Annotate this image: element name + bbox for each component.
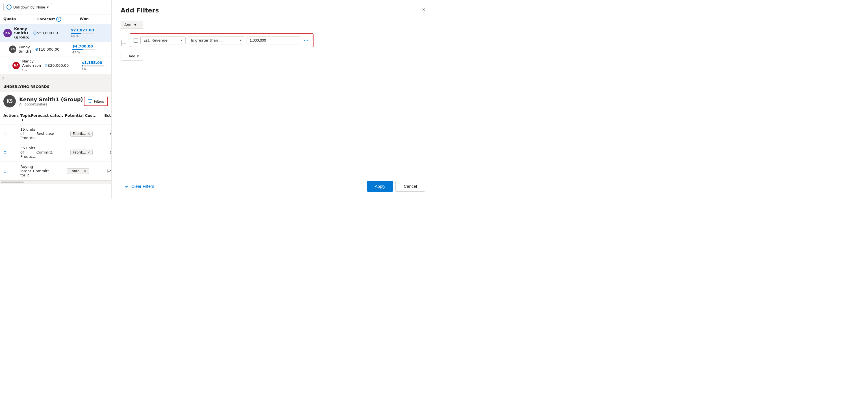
potential-cus-cell: Fabrik... × xyxy=(70,131,110,137)
chip-remove-icon[interactable]: × xyxy=(87,132,90,136)
group-info: Kenny Smith1 (Group) All opportunities xyxy=(19,96,83,106)
col-actions: Actions xyxy=(3,113,20,122)
filter-row: Est. Revenue ▾ Is greater than ... ▾ ··· xyxy=(130,33,313,47)
table-row[interactable]: KS Kenny Smith1 ⊕ $10,000.00 $4,700.00 4… xyxy=(0,42,111,57)
panel-title: Add Filters xyxy=(121,7,425,14)
row-name: KS Kenny Smith1 (group) ⊕ xyxy=(3,27,37,39)
group-avatar: KS xyxy=(3,95,16,108)
table-row[interactable]: KS Kenny Smith1 (group) ⊕ $50,000.00 $23… xyxy=(0,24,111,42)
quota-cell: $20,000.00 xyxy=(48,63,82,67)
add-icon[interactable]: ⊕ xyxy=(33,30,37,36)
open-record-icon[interactable]: ⊡ xyxy=(3,150,7,155)
underlying-records-header: Underlying Records xyxy=(0,82,111,92)
quota-cell: $10,000.00 xyxy=(38,47,72,52)
forecast-cell: $1,155.00 6% xyxy=(82,60,112,71)
avatar: KS xyxy=(3,29,12,37)
chevron-down-icon: ▾ xyxy=(181,38,183,42)
est-revenue-cell: $2,804.00 xyxy=(106,169,112,173)
forecast-cat-cell: Best case xyxy=(36,132,70,136)
add-icon[interactable]: ⊕ xyxy=(35,47,38,52)
table-row: ⊡ 15 units of Produc... Best case Fabrik… xyxy=(0,124,111,143)
forecast-info-icon[interactable]: i xyxy=(56,17,61,22)
col-header-won: Won xyxy=(80,17,108,22)
forecast-cat-cell: Committ... xyxy=(33,169,67,173)
scroll-indicator: ‹ xyxy=(0,74,111,82)
filter-icon xyxy=(88,99,92,104)
table-row[interactable]: › NA Nancy Anderrson (... ⊕ $20,000.00 $… xyxy=(0,57,111,74)
filters-button[interactable]: Filters xyxy=(84,97,108,106)
forecast-cell: $4,700.00 47 % xyxy=(72,44,112,54)
col-header-forecast: Forecast i xyxy=(37,17,80,22)
chip-remove-icon[interactable]: × xyxy=(87,150,90,154)
clear-filters-button[interactable]: Clear Filters xyxy=(121,181,158,191)
row-title: Kenny Smith1 xyxy=(19,45,32,53)
scrollbar-thumb[interactable] xyxy=(1,181,24,183)
row-name: KS Kenny Smith1 ⊕ xyxy=(3,45,38,53)
connector xyxy=(121,35,126,46)
right-panel: Add Filters × And ▾ xyxy=(112,0,434,198)
filter-row-wrapper: Est. Revenue ▾ Is greater than ... ▾ ··· xyxy=(121,33,425,47)
avatar: KS xyxy=(9,46,17,53)
bottom-actions: Clear Filters Apply Cancel xyxy=(121,176,425,192)
main-table-header: Quota Forecast i Won xyxy=(0,15,111,24)
action-buttons: Apply Cancel xyxy=(367,181,425,192)
scroll-left-icon[interactable]: ‹ xyxy=(2,76,4,81)
add-icon: + xyxy=(125,54,127,58)
chip-remove-icon[interactable]: × xyxy=(84,169,87,173)
horizontal-scrollbar[interactable] xyxy=(0,180,111,184)
drill-down-label: Drill down by: None xyxy=(13,5,45,9)
group-header: KS Kenny Smith1 (Group) All opportunitie… xyxy=(0,92,111,111)
quota-cell: $50,000.00 xyxy=(37,31,71,35)
row-name: › NA Nancy Anderrson (... ⊕ xyxy=(3,59,48,72)
filter-field-select[interactable]: Est. Revenue ▾ xyxy=(141,36,186,45)
filters-button-label: Filters xyxy=(94,99,104,104)
more-options-icon[interactable]: ··· xyxy=(303,37,310,43)
underlying-table-header: Actions Topic ↑ Forecast cate... Potenti… xyxy=(0,111,111,124)
and-label: And xyxy=(124,23,131,27)
sort-icon[interactable]: ↑ xyxy=(21,118,24,122)
and-dropdown[interactable]: And ▾ xyxy=(121,21,143,29)
filter-value-input[interactable] xyxy=(247,36,300,45)
chevron-down-icon: ▾ xyxy=(134,23,136,27)
col-forecast-cat: Forecast cate... xyxy=(31,113,65,122)
col-topic: Topic ↑ xyxy=(20,113,31,122)
open-record-icon[interactable]: ⊡ xyxy=(3,169,7,173)
col-est-revenue: Est. Revenue xyxy=(104,113,112,122)
row-title: Kenny Smith1 (group) xyxy=(14,27,30,39)
avatar: NA xyxy=(12,62,20,69)
drill-down-circle-icon: + xyxy=(6,4,11,10)
filter-icon xyxy=(124,184,129,189)
drill-down-button[interactable]: + Drill down by: None ▾ xyxy=(3,3,52,11)
apply-button[interactable]: Apply xyxy=(367,181,394,192)
filter-operator-select[interactable]: Is greater than ... ▾ xyxy=(188,36,244,45)
chevron-down-icon: ▾ xyxy=(240,38,241,42)
topic-cell: 15 units of Produc... xyxy=(20,127,36,140)
open-record-icon[interactable]: ⊡ xyxy=(3,132,7,136)
chevron-down-icon: ▾ xyxy=(137,54,139,58)
filter-operator-label: Is greater than ... xyxy=(191,38,223,42)
group-subtitle: All opportunities xyxy=(19,102,83,106)
table-row: ⊡ Buying intent for P... Committ... Cont… xyxy=(0,162,111,180)
add-button-label: Add xyxy=(129,54,135,58)
forecast-cat-cell: Committ... xyxy=(36,150,70,154)
topic-cell: Buying intent for P... xyxy=(20,165,33,177)
topic-cell: 55 units of Produc... xyxy=(20,146,36,159)
expand-arrow-icon[interactable]: › xyxy=(9,64,10,67)
forecast-cell: $23,027.00 46 % xyxy=(71,28,112,38)
filter-field-label: Est. Revenue xyxy=(144,38,167,42)
cancel-button[interactable]: Cancel xyxy=(396,181,425,192)
row-title: Nancy Anderrson (... xyxy=(22,59,41,72)
add-filter-button[interactable]: + Add ▾ xyxy=(121,52,143,60)
add-icon[interactable]: ⊕ xyxy=(44,63,48,68)
potential-cus-cell: Fabrik... × xyxy=(70,149,110,155)
potential-cus-cell: Conto... × xyxy=(67,168,106,174)
col-header-quota: Quota xyxy=(3,17,37,22)
filter-checkbox[interactable] xyxy=(134,38,138,43)
drill-down-bar: + Drill down by: None ▾ xyxy=(0,0,111,15)
left-panel: + Drill down by: None ▾ Quota Forecast i… xyxy=(0,0,112,198)
close-button[interactable]: × xyxy=(420,6,427,14)
clear-filters-label: Clear Filters xyxy=(131,184,154,189)
table-row: ⊡ 55 units of Produc... Committ... Fabri… xyxy=(0,143,111,162)
col-potential-cus: Potential Cus... xyxy=(65,113,104,122)
filter-section: And ▾ Est. Revenue xyxy=(121,21,425,176)
